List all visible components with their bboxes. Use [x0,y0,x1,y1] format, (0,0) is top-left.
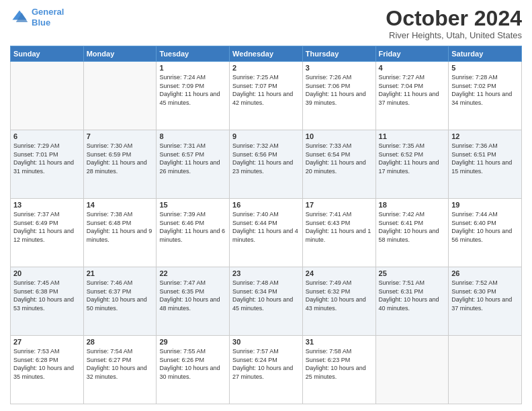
calendar-cell: 17Sunrise: 7:41 AM Sunset: 6:43 PM Dayli… [302,199,375,267]
day-info: Sunrise: 7:47 AM Sunset: 6:35 PM Dayligh… [159,279,226,312]
title-area: October 2024 River Heights, Utah, United… [386,7,522,40]
day-info: Sunrise: 7:52 AM Sunset: 6:30 PM Dayligh… [451,279,519,312]
calendar-cell [83,62,157,130]
day-number: 10 [306,132,373,140]
calendar-cell: 26Sunrise: 7:52 AM Sunset: 6:30 PM Dayli… [449,267,522,336]
calendar-cell: 7Sunrise: 7:30 AM Sunset: 6:59 PM Daylig… [83,130,157,199]
calendar-cell [375,336,449,404]
day-info: Sunrise: 7:37 AM Sunset: 6:49 PM Dayligh… [13,210,81,244]
month-title: October 2024 [386,7,522,30]
calendar-cell: 2Sunrise: 7:25 AM Sunset: 7:07 PM Daylig… [230,62,303,130]
logo-text: General Blue [32,7,64,28]
day-number: 19 [451,201,519,209]
calendar-cell: 20Sunrise: 7:45 AM Sunset: 6:38 PM Dayli… [11,267,84,336]
header: General Blue October 2024 River Heights,… [10,7,522,40]
calendar-cell: 21Sunrise: 7:46 AM Sunset: 6:37 PM Dayli… [83,267,157,336]
day-info: Sunrise: 7:36 AM Sunset: 6:51 PM Dayligh… [451,142,519,175]
day-info: Sunrise: 7:38 AM Sunset: 6:48 PM Dayligh… [87,210,154,244]
calendar-cell: 23Sunrise: 7:48 AM Sunset: 6:34 PM Dayli… [230,267,303,336]
day-info: Sunrise: 7:46 AM Sunset: 6:37 PM Dayligh… [87,279,154,312]
day-number: 9 [232,132,300,140]
day-info: Sunrise: 7:40 AM Sunset: 6:44 PM Dayligh… [232,210,300,244]
day-info: Sunrise: 7:25 AM Sunset: 7:07 PM Dayligh… [232,73,300,107]
calendar-cell [11,62,84,130]
calendar-cell: 13Sunrise: 7:37 AM Sunset: 6:49 PM Dayli… [11,199,84,267]
day-info: Sunrise: 7:42 AM Sunset: 6:41 PM Dayligh… [379,210,446,244]
calendar-cell: 5Sunrise: 7:28 AM Sunset: 7:02 PM Daylig… [449,62,522,130]
weekday-header: Saturday [449,46,522,62]
day-number: 3 [306,64,373,72]
day-info: Sunrise: 7:27 AM Sunset: 7:04 PM Dayligh… [379,73,446,107]
day-info: Sunrise: 7:57 AM Sunset: 6:24 PM Dayligh… [232,347,300,381]
day-number: 29 [159,338,226,346]
day-info: Sunrise: 7:29 AM Sunset: 7:01 PM Dayligh… [13,142,81,175]
calendar-cell: 27Sunrise: 7:53 AM Sunset: 6:28 PM Dayli… [11,336,84,404]
calendar-cell [449,336,522,404]
calendar-cell: 15Sunrise: 7:39 AM Sunset: 6:46 PM Dayli… [157,199,230,267]
day-info: Sunrise: 7:32 AM Sunset: 6:56 PM Dayligh… [232,142,300,175]
day-number: 1 [159,64,226,72]
logo-blue: Blue [32,17,50,28]
weekday-header: Friday [375,46,449,62]
day-number: 15 [159,201,226,209]
day-info: Sunrise: 7:55 AM Sunset: 6:26 PM Dayligh… [159,347,226,381]
day-info: Sunrise: 7:49 AM Sunset: 6:32 PM Dayligh… [306,279,373,312]
calendar-week-row: 6Sunrise: 7:29 AM Sunset: 7:01 PM Daylig… [11,130,522,199]
calendar-cell: 8Sunrise: 7:31 AM Sunset: 6:57 PM Daylig… [157,130,230,199]
day-number: 4 [379,64,446,72]
day-info: Sunrise: 7:45 AM Sunset: 6:38 PM Dayligh… [13,279,81,312]
weekday-header: Tuesday [157,46,230,62]
location: River Heights, Utah, United States [386,30,522,40]
day-info: Sunrise: 7:24 AM Sunset: 7:09 PM Dayligh… [159,73,226,107]
calendar-cell: 14Sunrise: 7:38 AM Sunset: 6:48 PM Dayli… [83,199,157,267]
calendar-cell: 19Sunrise: 7:44 AM Sunset: 6:40 PM Dayli… [449,199,522,267]
calendar: SundayMondayTuesdayWednesdayThursdayFrid… [10,46,522,404]
calendar-cell: 12Sunrise: 7:36 AM Sunset: 6:51 PM Dayli… [449,130,522,199]
day-number: 5 [451,64,519,72]
calendar-week-row: 20Sunrise: 7:45 AM Sunset: 6:38 PM Dayli… [11,267,522,336]
calendar-cell: 4Sunrise: 7:27 AM Sunset: 7:04 PM Daylig… [375,62,449,130]
calendar-week-row: 13Sunrise: 7:37 AM Sunset: 6:49 PM Dayli… [11,199,522,267]
calendar-cell: 11Sunrise: 7:35 AM Sunset: 6:52 PM Dayli… [375,130,449,199]
day-info: Sunrise: 7:58 AM Sunset: 6:23 PM Dayligh… [306,347,373,381]
day-number: 12 [451,132,519,140]
day-info: Sunrise: 7:35 AM Sunset: 6:52 PM Dayligh… [379,142,446,175]
day-number: 25 [379,269,446,277]
logo-general: General [32,7,64,17]
calendar-cell: 30Sunrise: 7:57 AM Sunset: 6:24 PM Dayli… [230,336,303,404]
calendar-cell: 31Sunrise: 7:58 AM Sunset: 6:23 PM Dayli… [302,336,375,404]
calendar-cell: 22Sunrise: 7:47 AM Sunset: 6:35 PM Dayli… [157,267,230,336]
page: General Blue October 2024 River Heights,… [0,0,532,411]
weekday-header: Sunday [11,46,84,62]
day-number: 20 [13,269,81,277]
weekday-header: Monday [83,46,157,62]
day-number: 6 [13,132,81,140]
day-info: Sunrise: 7:30 AM Sunset: 6:59 PM Dayligh… [87,142,154,175]
day-number: 18 [379,201,446,209]
day-number: 22 [159,269,226,277]
calendar-cell: 25Sunrise: 7:51 AM Sunset: 6:31 PM Dayli… [375,267,449,336]
day-info: Sunrise: 7:33 AM Sunset: 6:54 PM Dayligh… [306,142,373,175]
day-number: 14 [87,201,154,209]
calendar-cell: 10Sunrise: 7:33 AM Sunset: 6:54 PM Dayli… [302,130,375,199]
day-number: 7 [87,132,154,140]
day-info: Sunrise: 7:41 AM Sunset: 6:43 PM Dayligh… [306,210,373,244]
day-number: 23 [232,269,300,277]
calendar-cell: 24Sunrise: 7:49 AM Sunset: 6:32 PM Dayli… [302,267,375,336]
calendar-cell: 9Sunrise: 7:32 AM Sunset: 6:56 PM Daylig… [230,130,303,199]
day-number: 16 [232,201,300,209]
day-info: Sunrise: 7:39 AM Sunset: 6:46 PM Dayligh… [159,210,226,244]
day-number: 8 [159,132,226,140]
calendar-week-row: 27Sunrise: 7:53 AM Sunset: 6:28 PM Dayli… [11,336,522,404]
logo: General Blue [10,7,64,28]
day-number: 11 [379,132,446,140]
day-number: 21 [87,269,154,277]
day-number: 27 [13,338,81,346]
day-info: Sunrise: 7:51 AM Sunset: 6:31 PM Dayligh… [379,279,446,312]
day-number: 31 [306,338,373,346]
day-info: Sunrise: 7:53 AM Sunset: 6:28 PM Dayligh… [13,347,81,381]
day-info: Sunrise: 7:44 AM Sunset: 6:40 PM Dayligh… [451,210,519,244]
calendar-cell: 3Sunrise: 7:26 AM Sunset: 7:06 PM Daylig… [302,62,375,130]
calendar-cell: 6Sunrise: 7:29 AM Sunset: 7:01 PM Daylig… [11,130,84,199]
day-info: Sunrise: 7:26 AM Sunset: 7:06 PM Dayligh… [306,73,373,107]
